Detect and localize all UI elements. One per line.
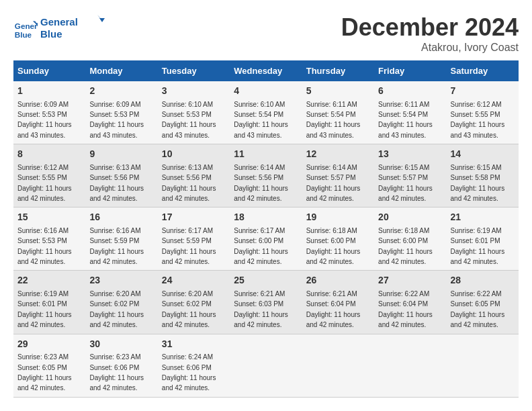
month-title: December 2024 <box>341 13 519 42</box>
day-info: Sunrise: 6:09 AMSunset: 5:53 PMDaylight:… <box>17 101 72 139</box>
day-info: Sunrise: 6:22 AMSunset: 6:05 PMDaylight:… <box>451 290 505 328</box>
calendar-table: SundayMondayTuesdayWednesdayThursdayFrid… <box>13 60 519 398</box>
day-number: 13 <box>378 148 442 161</box>
day-number: 29 <box>17 338 81 351</box>
calendar-cell: 3Sunrise: 6:10 AMSunset: 5:53 PMDaylight… <box>158 81 230 144</box>
day-info: Sunrise: 6:15 AMSunset: 5:58 PMDaylight:… <box>451 164 505 202</box>
calendar-cell: 22Sunrise: 6:19 AMSunset: 6:01 PMDayligh… <box>13 271 85 334</box>
day-info: Sunrise: 6:23 AMSunset: 6:05 PMDaylight:… <box>17 353 72 392</box>
calendar-cell: 11Sunrise: 6:14 AMSunset: 5:56 PMDayligh… <box>230 144 302 208</box>
header-cell-tuesday: Tuesday <box>158 60 230 81</box>
calendar-cell: 16Sunrise: 6:16 AMSunset: 5:59 PMDayligh… <box>85 208 157 271</box>
day-number: 9 <box>89 148 153 161</box>
day-number: 16 <box>89 211 153 224</box>
day-number: 22 <box>17 274 81 287</box>
day-info: Sunrise: 6:15 AMSunset: 5:57 PMDaylight:… <box>378 164 433 202</box>
calendar-cell: 5Sunrise: 6:11 AMSunset: 5:54 PMDaylight… <box>302 81 374 144</box>
calendar-cell: 2Sunrise: 6:09 AMSunset: 5:53 PMDaylight… <box>85 81 157 144</box>
day-number: 14 <box>451 148 515 161</box>
calendar-cell: 6Sunrise: 6:11 AMSunset: 5:54 PMDaylight… <box>374 81 446 144</box>
day-info: Sunrise: 6:20 AMSunset: 6:02 PMDaylight:… <box>89 290 144 328</box>
calendar-cell: 27Sunrise: 6:22 AMSunset: 6:04 PMDayligh… <box>374 271 446 334</box>
calendar-cell: 29Sunrise: 6:23 AMSunset: 6:05 PMDayligh… <box>13 334 85 397</box>
day-number: 26 <box>306 274 370 287</box>
calendar-cell: 19Sunrise: 6:18 AMSunset: 6:00 PMDayligh… <box>302 208 374 271</box>
calendar-cell: 8Sunrise: 6:12 AMSunset: 5:55 PMDaylight… <box>13 144 85 208</box>
calendar-cell: 24Sunrise: 6:20 AMSunset: 6:02 PMDayligh… <box>158 271 230 334</box>
calendar-cell: 15Sunrise: 6:16 AMSunset: 5:53 PMDayligh… <box>13 208 85 271</box>
week-row-1: 1Sunrise: 6:09 AMSunset: 5:53 PMDaylight… <box>13 81 519 144</box>
day-info: Sunrise: 6:24 AMSunset: 6:06 PMDaylight:… <box>162 353 216 392</box>
calendar-cell: 18Sunrise: 6:17 AMSunset: 6:00 PMDayligh… <box>230 208 302 271</box>
day-info: Sunrise: 6:13 AMSunset: 5:56 PMDaylight:… <box>89 164 144 202</box>
logo: General Blue General Blue <box>13 13 107 46</box>
day-number: 25 <box>234 274 298 287</box>
day-info: Sunrise: 6:11 AMSunset: 5:54 PMDaylight:… <box>306 101 361 139</box>
logo-icon: General Blue <box>13 18 38 42</box>
day-number: 3 <box>162 85 226 98</box>
day-info: Sunrise: 6:21 AMSunset: 6:04 PMDaylight:… <box>306 290 361 328</box>
header-cell-wednesday: Wednesday <box>230 60 302 81</box>
day-number: 17 <box>162 211 226 224</box>
day-number: 27 <box>378 274 442 287</box>
day-info: Sunrise: 6:23 AMSunset: 6:06 PMDaylight:… <box>89 353 144 392</box>
day-number: 4 <box>234 85 298 98</box>
logo-svg: General Blue <box>40 13 107 44</box>
day-number: 7 <box>451 85 515 98</box>
day-info: Sunrise: 6:16 AMSunset: 5:53 PMDaylight:… <box>17 227 72 265</box>
day-info: Sunrise: 6:17 AMSunset: 5:59 PMDaylight:… <box>162 227 216 265</box>
day-number: 12 <box>306 148 370 161</box>
day-number: 15 <box>17 211 81 224</box>
calendar-cell <box>447 334 519 397</box>
day-number: 5 <box>306 85 370 98</box>
svg-text:General: General <box>15 21 38 30</box>
day-info: Sunrise: 6:09 AMSunset: 5:53 PMDaylight:… <box>89 101 144 139</box>
day-info: Sunrise: 6:18 AMSunset: 6:00 PMDaylight:… <box>378 227 433 265</box>
header-cell-saturday: Saturday <box>447 60 519 81</box>
calendar-cell: 12Sunrise: 6:14 AMSunset: 5:57 PMDayligh… <box>302 144 374 208</box>
day-number: 6 <box>378 85 442 98</box>
header-cell-friday: Friday <box>374 60 446 81</box>
week-row-2: 8Sunrise: 6:12 AMSunset: 5:55 PMDaylight… <box>13 144 519 208</box>
calendar-cell: 13Sunrise: 6:15 AMSunset: 5:57 PMDayligh… <box>374 144 446 208</box>
location: Atakrou, Ivory Coast <box>341 42 519 54</box>
header-row: SundayMondayTuesdayWednesdayThursdayFrid… <box>13 60 519 81</box>
day-info: Sunrise: 6:19 AMSunset: 6:01 PMDaylight:… <box>17 290 72 328</box>
calendar-cell: 9Sunrise: 6:13 AMSunset: 5:56 PMDaylight… <box>85 144 157 208</box>
svg-text:General: General <box>40 16 78 28</box>
day-info: Sunrise: 6:10 AMSunset: 5:53 PMDaylight:… <box>162 101 216 139</box>
calendar-cell: 25Sunrise: 6:21 AMSunset: 6:03 PMDayligh… <box>230 271 302 334</box>
day-number: 8 <box>17 148 81 161</box>
calendar-cell <box>374 334 446 397</box>
calendar-cell: 30Sunrise: 6:23 AMSunset: 6:06 PMDayligh… <box>85 334 157 397</box>
calendar-cell: 20Sunrise: 6:18 AMSunset: 6:00 PMDayligh… <box>374 208 446 271</box>
page-header: General Blue General Blue December 2024 … <box>13 13 519 54</box>
day-info: Sunrise: 6:21 AMSunset: 6:03 PMDaylight:… <box>234 290 288 328</box>
week-row-3: 15Sunrise: 6:16 AMSunset: 5:53 PMDayligh… <box>13 208 519 271</box>
calendar-cell: 10Sunrise: 6:13 AMSunset: 5:56 PMDayligh… <box>158 144 230 208</box>
day-number: 2 <box>89 85 153 98</box>
calendar-cell: 1Sunrise: 6:09 AMSunset: 5:53 PMDaylight… <box>13 81 85 144</box>
calendar-cell: 14Sunrise: 6:15 AMSunset: 5:58 PMDayligh… <box>447 144 519 208</box>
calendar-cell: 4Sunrise: 6:10 AMSunset: 5:54 PMDaylight… <box>230 81 302 144</box>
calendar-cell: 17Sunrise: 6:17 AMSunset: 5:59 PMDayligh… <box>158 208 230 271</box>
calendar-cell <box>230 334 302 397</box>
header-cell-sunday: Sunday <box>13 60 85 81</box>
title-section: December 2024 Atakrou, Ivory Coast <box>341 13 519 54</box>
header-cell-thursday: Thursday <box>302 60 374 81</box>
week-row-5: 29Sunrise: 6:23 AMSunset: 6:05 PMDayligh… <box>13 334 519 397</box>
day-number: 23 <box>89 274 153 287</box>
calendar-cell: 31Sunrise: 6:24 AMSunset: 6:06 PMDayligh… <box>158 334 230 397</box>
day-info: Sunrise: 6:12 AMSunset: 5:55 PMDaylight:… <box>17 164 72 202</box>
day-number: 21 <box>451 211 515 224</box>
day-info: Sunrise: 6:16 AMSunset: 5:59 PMDaylight:… <box>89 227 144 265</box>
day-number: 28 <box>451 274 515 287</box>
day-number: 30 <box>89 338 153 351</box>
day-number: 19 <box>306 211 370 224</box>
day-info: Sunrise: 6:14 AMSunset: 5:56 PMDaylight:… <box>234 164 288 202</box>
calendar-cell: 28Sunrise: 6:22 AMSunset: 6:05 PMDayligh… <box>447 271 519 334</box>
week-row-4: 22Sunrise: 6:19 AMSunset: 6:01 PMDayligh… <box>13 271 519 334</box>
calendar-cell: 21Sunrise: 6:19 AMSunset: 6:01 PMDayligh… <box>447 208 519 271</box>
day-info: Sunrise: 6:14 AMSunset: 5:57 PMDaylight:… <box>306 164 361 202</box>
day-number: 10 <box>162 148 226 161</box>
